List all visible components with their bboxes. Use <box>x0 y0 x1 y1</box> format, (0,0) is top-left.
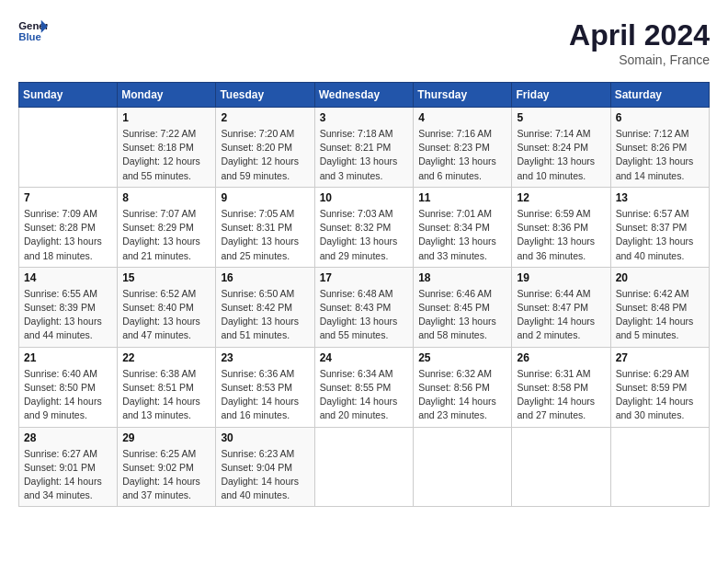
day-info: Sunrise: 6:55 AM Sunset: 8:39 PM Dayligh… <box>24 287 112 343</box>
calendar-cell: 25Sunrise: 6:32 AM Sunset: 8:56 PM Dayli… <box>414 347 512 427</box>
day-number: 12 <box>517 191 605 204</box>
day-number: 20 <box>616 271 704 284</box>
calendar-cell: 12Sunrise: 6:59 AM Sunset: 8:36 PM Dayli… <box>512 187 610 267</box>
calendar-cell <box>610 427 709 507</box>
calendar-cell: 14Sunrise: 6:55 AM Sunset: 8:39 PM Dayli… <box>19 267 118 347</box>
calendar-week-row: 14Sunrise: 6:55 AM Sunset: 8:39 PM Dayli… <box>19 267 710 347</box>
day-info: Sunrise: 6:40 AM Sunset: 8:50 PM Dayligh… <box>24 367 112 423</box>
weekday-header-cell: Sunday <box>19 83 118 108</box>
day-number: 28 <box>24 431 112 444</box>
calendar-table: SundayMondayTuesdayWednesdayThursdayFrid… <box>18 82 710 507</box>
day-number: 15 <box>122 271 210 284</box>
day-info: Sunrise: 7:03 AM Sunset: 8:32 PM Dayligh… <box>320 207 409 263</box>
day-number: 23 <box>221 351 309 364</box>
day-info: Sunrise: 7:20 AM Sunset: 8:20 PM Dayligh… <box>221 127 309 183</box>
day-number: 2 <box>221 111 309 124</box>
day-number: 14 <box>24 271 112 284</box>
day-number: 17 <box>320 271 409 284</box>
calendar-cell: 4Sunrise: 7:16 AM Sunset: 8:23 PM Daylig… <box>414 108 512 188</box>
day-info: Sunrise: 6:44 AM Sunset: 8:47 PM Dayligh… <box>517 287 605 343</box>
calendar-cell: 26Sunrise: 6:31 AM Sunset: 8:58 PM Dayli… <box>512 347 610 427</box>
day-number: 5 <box>517 111 605 124</box>
calendar-cell <box>414 427 512 507</box>
calendar-week-row: 7Sunrise: 7:09 AM Sunset: 8:28 PM Daylig… <box>19 187 710 267</box>
calendar-cell <box>512 427 610 507</box>
day-info: Sunrise: 7:12 AM Sunset: 8:26 PM Dayligh… <box>616 127 704 183</box>
day-number: 4 <box>418 111 506 124</box>
calendar-week-row: 1Sunrise: 7:22 AM Sunset: 8:18 PM Daylig… <box>19 108 710 188</box>
calendar-cell: 15Sunrise: 6:52 AM Sunset: 8:40 PM Dayli… <box>118 267 216 347</box>
day-info: Sunrise: 6:23 AM Sunset: 9:04 PM Dayligh… <box>221 447 309 503</box>
day-info: Sunrise: 6:50 AM Sunset: 8:42 PM Dayligh… <box>221 287 309 343</box>
calendar-cell: 7Sunrise: 7:09 AM Sunset: 8:28 PM Daylig… <box>19 187 118 267</box>
day-info: Sunrise: 6:42 AM Sunset: 8:48 PM Dayligh… <box>616 287 704 343</box>
day-info: Sunrise: 6:32 AM Sunset: 8:56 PM Dayligh… <box>418 367 506 423</box>
weekday-header-cell: Wednesday <box>314 83 414 108</box>
day-info: Sunrise: 6:34 AM Sunset: 8:55 PM Dayligh… <box>320 367 409 423</box>
calendar-cell <box>19 108 118 188</box>
calendar-cell: 6Sunrise: 7:12 AM Sunset: 8:26 PM Daylig… <box>610 108 709 188</box>
day-number: 10 <box>320 191 409 204</box>
day-info: Sunrise: 7:07 AM Sunset: 8:29 PM Dayligh… <box>122 207 210 263</box>
calendar-cell: 24Sunrise: 6:34 AM Sunset: 8:55 PM Dayli… <box>314 347 414 427</box>
day-number: 18 <box>418 271 506 284</box>
weekday-header-cell: Saturday <box>610 83 709 108</box>
day-info: Sunrise: 7:18 AM Sunset: 8:21 PM Dayligh… <box>320 127 409 183</box>
day-number: 9 <box>221 191 309 204</box>
day-info: Sunrise: 6:29 AM Sunset: 8:59 PM Dayligh… <box>616 367 704 423</box>
calendar-cell: 16Sunrise: 6:50 AM Sunset: 8:42 PM Dayli… <box>216 267 314 347</box>
day-info: Sunrise: 7:14 AM Sunset: 8:24 PM Dayligh… <box>517 127 605 183</box>
calendar-cell: 9Sunrise: 7:05 AM Sunset: 8:31 PM Daylig… <box>216 187 314 267</box>
day-info: Sunrise: 6:48 AM Sunset: 8:43 PM Dayligh… <box>320 287 409 343</box>
calendar-cell: 23Sunrise: 6:36 AM Sunset: 8:53 PM Dayli… <box>216 347 314 427</box>
calendar-cell: 5Sunrise: 7:14 AM Sunset: 8:24 PM Daylig… <box>512 108 610 188</box>
day-number: 27 <box>616 351 704 364</box>
weekday-header-cell: Tuesday <box>216 83 314 108</box>
day-number: 11 <box>418 191 506 204</box>
page-header: General Blue April 2024 Somain, France <box>18 18 710 67</box>
day-info: Sunrise: 6:57 AM Sunset: 8:37 PM Dayligh… <box>616 207 704 263</box>
weekday-header-cell: Thursday <box>414 83 512 108</box>
location-subtitle: Somain, France <box>569 52 710 67</box>
day-info: Sunrise: 6:52 AM Sunset: 8:40 PM Dayligh… <box>122 287 210 343</box>
calendar-cell: 10Sunrise: 7:03 AM Sunset: 8:32 PM Dayli… <box>314 187 414 267</box>
logo: General Blue <box>18 18 48 44</box>
day-number: 7 <box>24 191 112 204</box>
day-number: 26 <box>517 351 605 364</box>
calendar-cell: 3Sunrise: 7:18 AM Sunset: 8:21 PM Daylig… <box>314 108 414 188</box>
day-info: Sunrise: 6:36 AM Sunset: 8:53 PM Dayligh… <box>221 367 309 423</box>
calendar-week-row: 21Sunrise: 6:40 AM Sunset: 8:50 PM Dayli… <box>19 347 710 427</box>
calendar-cell: 29Sunrise: 6:25 AM Sunset: 9:02 PM Dayli… <box>118 427 216 507</box>
weekday-header-row: SundayMondayTuesdayWednesdayThursdayFrid… <box>19 83 710 108</box>
day-number: 25 <box>418 351 506 364</box>
calendar-week-row: 28Sunrise: 6:27 AM Sunset: 9:01 PM Dayli… <box>19 427 710 507</box>
day-info: Sunrise: 7:01 AM Sunset: 8:34 PM Dayligh… <box>418 207 506 263</box>
day-info: Sunrise: 7:09 AM Sunset: 8:28 PM Dayligh… <box>24 207 112 263</box>
day-number: 21 <box>24 351 112 364</box>
calendar-cell: 21Sunrise: 6:40 AM Sunset: 8:50 PM Dayli… <box>19 347 118 427</box>
day-info: Sunrise: 6:25 AM Sunset: 9:02 PM Dayligh… <box>122 447 210 503</box>
calendar-cell: 13Sunrise: 6:57 AM Sunset: 8:37 PM Dayli… <box>610 187 709 267</box>
day-info: Sunrise: 6:46 AM Sunset: 8:45 PM Dayligh… <box>418 287 506 343</box>
day-number: 13 <box>616 191 704 204</box>
day-info: Sunrise: 7:22 AM Sunset: 8:18 PM Dayligh… <box>122 127 210 183</box>
day-info: Sunrise: 6:31 AM Sunset: 8:58 PM Dayligh… <box>517 367 605 423</box>
day-number: 3 <box>320 111 409 124</box>
calendar-cell: 20Sunrise: 6:42 AM Sunset: 8:48 PM Dayli… <box>610 267 709 347</box>
calendar-cell: 2Sunrise: 7:20 AM Sunset: 8:20 PM Daylig… <box>216 108 314 188</box>
day-number: 24 <box>320 351 409 364</box>
svg-text:Blue: Blue <box>18 31 41 42</box>
day-number: 1 <box>122 111 210 124</box>
day-info: Sunrise: 6:38 AM Sunset: 8:51 PM Dayligh… <box>122 367 210 423</box>
day-number: 8 <box>122 191 210 204</box>
day-number: 22 <box>122 351 210 364</box>
day-number: 29 <box>122 431 210 444</box>
day-info: Sunrise: 7:05 AM Sunset: 8:31 PM Dayligh… <box>221 207 309 263</box>
calendar-cell: 1Sunrise: 7:22 AM Sunset: 8:18 PM Daylig… <box>118 108 216 188</box>
day-number: 19 <box>517 271 605 284</box>
calendar-cell <box>314 427 414 507</box>
calendar-cell: 17Sunrise: 6:48 AM Sunset: 8:43 PM Dayli… <box>314 267 414 347</box>
day-info: Sunrise: 6:59 AM Sunset: 8:36 PM Dayligh… <box>517 207 605 263</box>
month-year-title: April 2024 <box>569 18 710 52</box>
day-number: 6 <box>616 111 704 124</box>
